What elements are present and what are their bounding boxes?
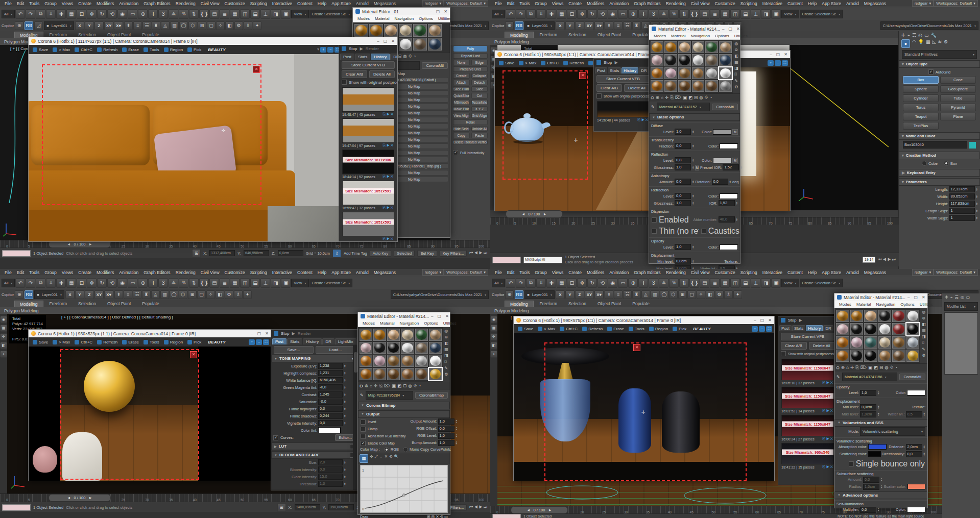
clear-ab-button[interactable]: Clear A/B — [342, 70, 367, 78]
toolbar-icon[interactable]: ⟲ — [597, 9, 607, 19]
history-item[interactable]: Size Mismatch: 1150x647 16:00:24 | 27 pa… — [778, 415, 837, 441]
me-toolbar-icon[interactable]: ⌦ — [675, 95, 681, 101]
history-item-icons[interactable]: ⎘▶✕ — [383, 175, 394, 179]
delete-all-button[interactable]: Delete All — [809, 342, 835, 350]
toolbar-icon[interactable]: ↻ — [587, 9, 597, 19]
color-tint-row[interactable]: Color tint: — [271, 427, 358, 434]
vfb-tab[interactable]: DR — [322, 338, 334, 344]
toolbar-icon[interactable]: ▦ — [66, 278, 76, 288]
history-item-icons[interactable]: ⎘▶✕ — [822, 465, 834, 469]
toolbar-icon[interactable]: ◫ — [240, 278, 250, 288]
toolbar-icon[interactable]: ⚙ — [715, 290, 724, 299]
material-sample[interactable] — [399, 38, 413, 51]
edit-geometry-button[interactable]: Relax — [453, 119, 488, 125]
axis-constraint-button[interactable]: XY — [94, 290, 104, 299]
menu-item[interactable]: File — [2, 1, 14, 6]
minimize-icon[interactable]: – — [770, 52, 772, 57]
display-tab-icon[interactable]: ▭ — [924, 33, 929, 38]
toolbar-icon[interactable]: ⊕ — [138, 278, 148, 288]
toolbar-icon[interactable]: ⇞ — [605, 290, 613, 299]
menu-item[interactable]: Megascans — [862, 1, 889, 6]
maximize-icon[interactable]: ▢ — [776, 52, 780, 57]
history-item[interactable]: Size Mismatch: 960x540 18:41:22 | 15 pas… — [778, 443, 837, 469]
maximize-icon[interactable]: ▢ — [257, 331, 261, 336]
material-sample[interactable] — [864, 336, 877, 349]
parameter-row[interactable]: Level:0,0▲▼Color:▲▼ — [649, 192, 740, 200]
menu-item[interactable]: File — [2, 270, 14, 275]
toolbar-icon[interactable]: ✚ — [56, 278, 66, 288]
ref-coord-dropdown[interactable]: View▾ — [291, 279, 308, 287]
toolbar-icon[interactable]: ▢ — [687, 290, 696, 299]
toolbar-icon[interactable]: ◧ — [706, 290, 714, 299]
material-sample[interactable] — [719, 54, 732, 66]
menu-item[interactable]: Group — [532, 1, 549, 6]
toolbar-icon[interactable]: ✦ — [243, 290, 252, 299]
me-toolbar-icon[interactable]: ⊟ — [694, 95, 698, 101]
edit-geometry-button[interactable]: Hide Selected — [453, 126, 470, 132]
toolbar-icon[interactable]: ☵ — [133, 290, 141, 299]
menu-item[interactable]: Arnold — [353, 1, 371, 6]
material-sample[interactable] — [360, 355, 372, 367]
toolbar-icon[interactable]: ↶ — [15, 9, 25, 19]
toolbar-icon[interactable]: ↻ — [587, 278, 597, 288]
me-side-icon[interactable]: ✎ — [922, 347, 926, 352]
me-toolbar-icon[interactable]: ◔ — [418, 383, 421, 389]
parameter-row[interactable]: Glare intensity:15,0▲▼ — [271, 473, 358, 480]
toolbar-icon[interactable]: ▥ — [160, 290, 169, 299]
me-toolbar-icon[interactable]: ⊟ — [403, 383, 407, 389]
material-sample[interactable] — [384, 24, 398, 37]
toolbar-icon[interactable]: 3 — [649, 9, 658, 19]
close-icon[interactable]: ✕ — [784, 52, 787, 57]
me-toolbar-icon[interactable]: ⎘ — [855, 365, 859, 371]
toolbar-icon[interactable]: ❴❵ — [199, 9, 209, 19]
me-toolbar-icon[interactable]: ◔ — [895, 365, 897, 371]
material-sample[interactable] — [413, 38, 427, 51]
parameter-row[interactable]: Bump Amount:1,0▲▼ — [408, 439, 460, 447]
me-side-icon[interactable]: ⚙ — [444, 372, 448, 377]
vfb-toolbar-button[interactable]: Ctrl+C — [73, 339, 94, 345]
timeline-slider[interactable]: ◄0 / 100► — [506, 210, 563, 218]
me-side-icon[interactable]: ⊜ — [922, 316, 926, 320]
side-toolbar-icon[interactable]: ◉ — [0, 316, 7, 323]
material-sample[interactable] — [878, 336, 892, 349]
vfb-tab[interactable]: Post — [779, 325, 792, 331]
material-sample[interactable] — [429, 355, 442, 367]
object-type-button[interactable]: Sphere — [903, 85, 939, 93]
axis-constraint-button[interactable]: X▾ — [104, 290, 113, 299]
toolbar-icon[interactable]: ⟁ — [659, 278, 668, 288]
axis-constraint-button[interactable]: X — [65, 290, 75, 299]
toolbar-icon[interactable]: ▣ — [281, 278, 291, 288]
me-side-icon[interactable]: ◍ — [922, 310, 926, 314]
toolbar-icon[interactable]: ▣ — [771, 9, 781, 19]
edit-geometry-button[interactable]: Slice Plane — [453, 86, 470, 92]
layer-dropdown[interactable]: ■Layer001▾ — [524, 21, 555, 30]
mode-row[interactable]: Mode:Volumetric scattering▾ — [834, 427, 927, 436]
parameter-row[interactable]: Output Amount:1,0▲▼ — [408, 418, 460, 425]
me-menu-item[interactable]: Material — [668, 34, 688, 38]
toolbar-icon[interactable]: ↶ — [15, 278, 25, 288]
me-toolbar-icon[interactable]: ⎘ — [379, 383, 383, 389]
render-view[interactable]: ✕ ✛ — [29, 54, 339, 241]
maxscript-label[interactable]: MAXScript Mi — [523, 257, 562, 263]
object-type-button[interactable]: Pyramid — [940, 104, 976, 111]
create-tab-icon[interactable]: ✛ — [901, 33, 905, 38]
toolbar-icon[interactable]: ％ — [669, 278, 679, 288]
object-color-swatch[interactable] — [969, 142, 976, 149]
edit-geometry-button[interactable]: Slice — [471, 86, 488, 92]
layer-dropdown[interactable]: ■Layer001▾ — [44, 21, 74, 30]
shapes-icon[interactable]: ◠ — [912, 39, 916, 48]
project-folder-dropdown[interactable]: C:\Users\yahya\OneDrive\Documents\3ds Ma… — [880, 21, 978, 30]
parameter-row[interactable]: Filmic highlights:0,0▲▼ — [271, 405, 358, 412]
parameter-row[interactable]: Absorption color:Distance:2,0cm▲▼ — [834, 443, 927, 451]
workspace-dropdown[interactable]: Workspaces:Default▾ — [934, 269, 978, 276]
vfb-tab[interactable]: Stats — [792, 325, 805, 331]
toolbar-icon[interactable]: ❴❵ — [689, 278, 699, 288]
me-side-icon[interactable]: ◧ — [734, 54, 738, 58]
toolbar-icon[interactable]: ⌗ — [536, 9, 546, 19]
toolbar-icon[interactable]: ⬡ — [179, 290, 187, 299]
parameter-row[interactable]: Max level:1,0cm▲▼Water lvl.:0,5▲▼ — [649, 265, 740, 269]
zoom-fit-icon[interactable]: ⛶ — [263, 339, 269, 345]
toolbar-icon[interactable]: ⊕ — [628, 278, 638, 288]
material-sample[interactable] — [705, 80, 718, 92]
rb-icon[interactable]: RB — [25, 21, 33, 30]
